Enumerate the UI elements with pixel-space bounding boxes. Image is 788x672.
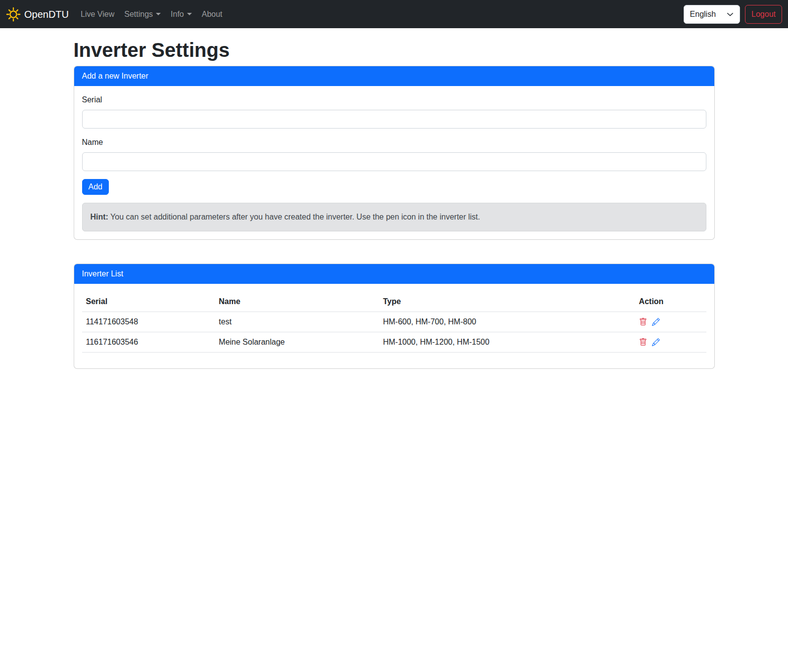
- hint-text: You can set additional parameters after …: [108, 213, 480, 221]
- add-button-row: Add: [82, 179, 706, 195]
- nav-live-view-label: Live View: [81, 8, 114, 20]
- hint-label: Hint:: [91, 213, 108, 221]
- brand-link[interactable]: OpenDTU: [6, 7, 69, 22]
- column-header-serial: Serial: [82, 292, 215, 312]
- inverter-list-card: Inverter List Serial Name Type Action 11…: [74, 264, 715, 369]
- nav-live-view[interactable]: Live View: [77, 4, 118, 24]
- cell-type: HM-1000, HM-1200, HM-1500: [379, 332, 635, 353]
- nav-links: Live View Settings Info About: [77, 4, 229, 24]
- serial-input[interactable]: [82, 110, 706, 129]
- serial-label: Serial: [82, 94, 706, 106]
- table-header-row: Serial Name Type Action: [82, 292, 706, 312]
- nav-about-label: About: [202, 8, 223, 20]
- pencil-icon: [652, 338, 660, 346]
- nav-settings[interactable]: Settings: [120, 4, 165, 24]
- table-row: 114171603548 test HM-600, HM-700, HM-800: [82, 312, 706, 332]
- trash-icon: [639, 338, 647, 346]
- sun-icon: [6, 7, 21, 22]
- add-button[interactable]: Add: [82, 179, 109, 195]
- cell-action: [635, 312, 706, 332]
- table-row: 116171603546 Meine Solaranlage HM-1000, …: [82, 332, 706, 353]
- hint-box: Hint: You can set additional parameters …: [82, 203, 706, 231]
- navbar-right: English Logout: [684, 5, 782, 24]
- page-title: Inverter Settings: [74, 38, 715, 62]
- edit-inverter-button[interactable]: [652, 338, 660, 346]
- column-header-name: Name: [215, 292, 379, 312]
- inverter-table: Serial Name Type Action 114171603548 tes…: [82, 292, 706, 353]
- inverter-list-card-body: Serial Name Type Action 114171603548 tes…: [74, 284, 714, 368]
- cell-action: [635, 332, 706, 353]
- edit-inverter-button[interactable]: [652, 318, 660, 326]
- add-inverter-card: Add a new Inverter Serial Name Add Hint:…: [74, 66, 715, 240]
- nav-settings-label: Settings: [124, 8, 153, 20]
- cell-name: Meine Solaranlage: [215, 332, 379, 353]
- cell-serial: 114171603548: [82, 312, 215, 332]
- chevron-down-icon: [727, 11, 734, 18]
- navbar: OpenDTU Live View Settings Info About En…: [0, 0, 788, 28]
- chevron-down-icon: [156, 13, 161, 15]
- name-label: Name: [82, 136, 706, 148]
- pencil-icon: [652, 318, 660, 326]
- column-header-action: Action: [635, 292, 706, 312]
- delete-inverter-button[interactable]: [639, 318, 647, 326]
- cell-serial: 116171603546: [82, 332, 215, 353]
- column-header-type: Type: [379, 292, 635, 312]
- cell-name: test: [215, 312, 379, 332]
- inverter-list-card-header: Inverter List: [74, 264, 714, 284]
- chevron-down-icon: [187, 13, 192, 15]
- nav-about[interactable]: About: [198, 4, 227, 24]
- name-input[interactable]: [82, 152, 706, 171]
- logout-button[interactable]: Logout: [745, 5, 782, 24]
- nav-info[interactable]: Info: [167, 4, 196, 24]
- main-content: Inverter Settings Add a new Inverter Ser…: [68, 38, 721, 389]
- add-inverter-card-body: Serial Name Add Hint: You can set additi…: [74, 86, 714, 239]
- language-select-value: English: [690, 8, 716, 20]
- trash-icon: [639, 318, 647, 326]
- cell-type: HM-600, HM-700, HM-800: [379, 312, 635, 332]
- nav-info-label: Info: [171, 8, 184, 20]
- brand-label: OpenDTU: [24, 7, 69, 22]
- delete-inverter-button[interactable]: [639, 338, 647, 346]
- add-inverter-card-header: Add a new Inverter: [74, 66, 714, 86]
- language-select[interactable]: English: [684, 5, 740, 24]
